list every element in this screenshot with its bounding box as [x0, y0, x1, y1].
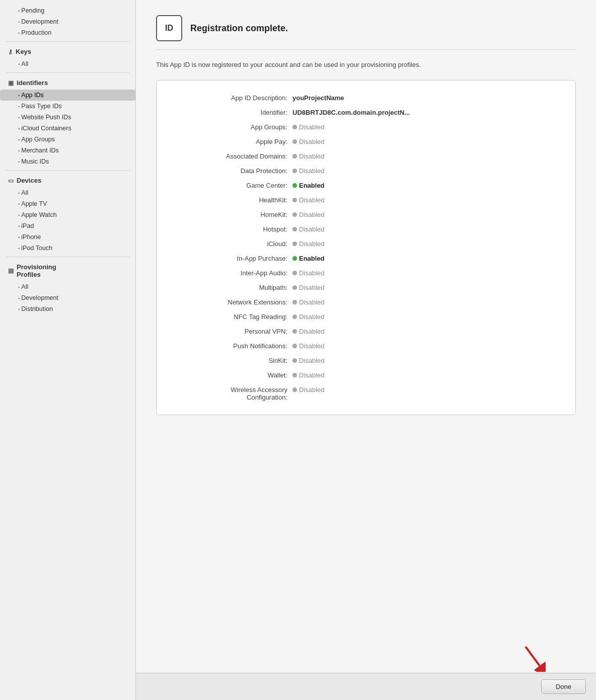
label-data-protection: Data Protection: — [172, 167, 292, 175]
sidebar-item-apple-tv[interactable]: Apple TV — [0, 198, 135, 209]
label-app-groups: App Groups: — [172, 123, 292, 131]
sidebar-item-app-ids[interactable]: App IDs — [0, 90, 135, 101]
sidebar-item-devices-all[interactable]: All — [0, 187, 135, 198]
sidebar-item-pass-type-ids[interactable]: Pass Type IDs — [0, 101, 135, 112]
dot-personal-vpn — [292, 329, 297, 334]
info-row-icloud: iCloud: Disabled — [172, 237, 560, 251]
sidebar-item-website-push-ids[interactable]: Website Push IDs — [0, 112, 135, 123]
keys-section: ⚷ Keys All — [0, 45, 135, 69]
dot-multipath — [292, 285, 297, 290]
devices-section: ▭ Devices All Apple TV Apple Watch iPad … — [0, 174, 135, 254]
info-row-apple-pay: Apple Pay: Disabled — [172, 134, 560, 149]
dot-app-groups — [292, 125, 297, 129]
id-badge: ID — [156, 15, 182, 41]
label-hotspot: Hotspot: — [172, 225, 292, 233]
device-icon: ▭ — [8, 177, 14, 184]
dot-push-notifications — [292, 344, 297, 348]
main-content: ID Registration complete. This App ID is… — [136, 0, 596, 700]
label-push-notifications: Push Notifications: — [172, 342, 292, 350]
label-healthkit: HealthKit: — [172, 196, 292, 204]
label-in-app-purchase: In-App Purchase: — [172, 255, 292, 262]
info-row-identifier: Identifier: UD8BRTJD8C.com.domain.projec… — [172, 105, 560, 120]
value-hotspot: Disabled — [292, 225, 325, 233]
label-network-extensions: Network Extensions: — [172, 298, 292, 306]
separator-4 — [6, 257, 129, 257]
info-row-hotspot: Hotspot: Disabled — [172, 222, 560, 237]
dot-in-app-purchase — [292, 256, 297, 261]
key-icon: ⚷ — [8, 48, 13, 55]
sidebar-item-development-certs[interactable]: Development — [0, 16, 135, 27]
sidebar-item-apple-watch[interactable]: Apple Watch — [0, 209, 135, 220]
info-row-wallet: Wallet: Disabled — [172, 368, 560, 382]
value-homekit: Disabled — [292, 211, 325, 218]
info-row-app-groups: App Groups: Disabled — [172, 120, 560, 134]
label-inter-app-audio: Inter-App Audio: — [172, 269, 292, 277]
sidebar-item-music-ids[interactable]: Music IDs — [0, 156, 135, 167]
content-area: ID Registration complete. This App ID is… — [136, 0, 596, 673]
value-data-protection: Disabled — [292, 167, 325, 175]
label-apple-pay: Apple Pay: — [172, 138, 292, 145]
sidebar-item-production[interactable]: Production — [0, 27, 135, 38]
value-associated-domains: Disabled — [292, 152, 325, 160]
label-sirikit: SiriKit: — [172, 357, 292, 364]
devices-header: ▭ Devices — [0, 174, 135, 187]
dot-associated-domains — [292, 154, 297, 159]
info-row-push-notifications: Push Notifications: Disabled — [172, 339, 560, 353]
sidebar-item-iphone[interactable]: iPhone — [0, 231, 135, 243]
info-row-inter-app-audio: Inter-App Audio: Disabled — [172, 266, 560, 280]
dot-inter-app-audio — [292, 271, 297, 275]
value-healthkit: Disabled — [292, 196, 325, 204]
sidebar-item-provisioning-all[interactable]: All — [0, 281, 135, 292]
label-homekit: HomeKit: — [172, 211, 292, 218]
value-sirikit: Disabled — [292, 357, 325, 364]
footer-bar: Done — [136, 673, 596, 700]
value-apple-pay: Disabled — [292, 138, 325, 145]
value-app-id-description: youProjectName — [292, 94, 344, 102]
info-row-multipath: Multipath: Disabled — [172, 280, 560, 295]
dot-game-center — [292, 183, 297, 188]
value-personal-vpn: Disabled — [292, 328, 325, 335]
dot-nfc-tag-reading — [292, 315, 297, 319]
sidebar-item-keys-all[interactable]: All — [0, 58, 135, 69]
dot-icloud — [292, 242, 297, 246]
label-associated-domains: Associated Domains: — [172, 152, 292, 160]
sidebar-item-app-groups[interactable]: App Groups — [0, 134, 135, 145]
label-multipath: Multipath: — [172, 284, 292, 291]
dot-network-extensions — [292, 300, 297, 304]
sidebar-item-distribution[interactable]: Distribution — [0, 303, 135, 315]
dot-apple-pay — [292, 139, 297, 144]
done-button[interactable]: Done — [541, 679, 586, 694]
label-app-id-description: App ID Description: — [172, 94, 292, 102]
value-game-center: Enabled — [292, 182, 325, 189]
info-row-sirikit: SiriKit: Disabled — [172, 353, 560, 368]
value-identifier: UD8BRTJD8C.com.domain.projectN... — [292, 109, 410, 116]
sidebar-item-ipad[interactable]: iPad — [0, 220, 135, 231]
sidebar-item-merchant-ids[interactable]: Merchant IDs — [0, 145, 135, 156]
reg-title: Registration complete. — [190, 23, 288, 34]
sidebar-item-pending[interactable]: Pending — [0, 5, 135, 16]
value-multipath: Disabled — [292, 284, 325, 291]
value-wireless-accessory: Disabled — [292, 386, 325, 394]
sidebar: Pending Development Production ⚷ Keys Al… — [0, 0, 136, 700]
label-nfc-tag-reading: NFC Tag Reading: — [172, 313, 292, 321]
dot-wireless-accessory — [292, 387, 297, 392]
value-network-extensions: Disabled — [292, 298, 325, 306]
value-wallet: Disabled — [292, 371, 325, 379]
registration-header: ID Registration complete. — [156, 15, 576, 50]
sidebar-item-icloud-containers[interactable]: iCloud Containers — [0, 123, 135, 134]
info-row-associated-domains: Associated Domains: Disabled — [172, 149, 560, 164]
dot-homekit — [292, 212, 297, 217]
dot-hotspot — [292, 227, 297, 231]
reg-description: This App ID is now registered to your ac… — [156, 60, 576, 70]
sidebar-item-provisioning-development[interactable]: Development — [0, 292, 135, 303]
label-wireless-accessory: Wireless AccessoryConfiguration: — [172, 386, 292, 401]
keys-header: ⚷ Keys — [0, 45, 135, 58]
info-row-wireless-accessory: Wireless AccessoryConfiguration: Disable… — [172, 382, 560, 405]
sidebar-item-ipod-touch[interactable]: iPod Touch — [0, 243, 135, 254]
grid-icon: ▣ — [8, 80, 14, 87]
info-row-network-extensions: Network Extensions: Disabled — [172, 295, 560, 309]
info-row-personal-vpn: Personal VPN: Disabled — [172, 324, 560, 339]
info-row-data-protection: Data Protection: Disabled — [172, 164, 560, 178]
value-in-app-purchase: Enabled — [292, 255, 325, 262]
value-app-groups: Disabled — [292, 123, 325, 131]
